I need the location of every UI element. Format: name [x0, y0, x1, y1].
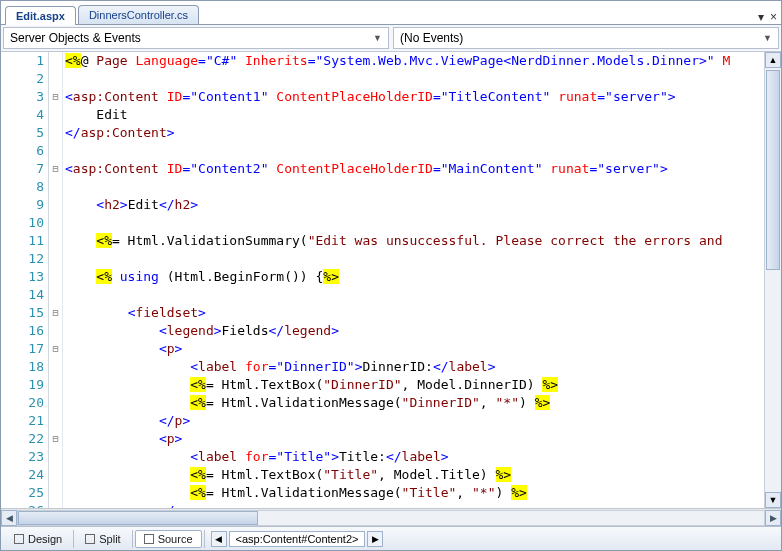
breadcrumb-next-button[interactable]: ▶ [367, 531, 383, 547]
chevron-down-icon: ▼ [373, 33, 382, 43]
vertical-scrollbar[interactable]: ▲ ▼ [764, 52, 781, 508]
line-number: 20 [1, 394, 44, 412]
code-line[interactable] [65, 286, 781, 304]
line-number: 14 [1, 286, 44, 304]
fold-marker [49, 376, 62, 394]
fold-marker [49, 124, 62, 142]
document-tabbar: Edit.aspx DinnersController.cs ▾ × [1, 1, 781, 25]
line-number: 22 [1, 430, 44, 448]
window-dropdown-icon[interactable]: ▾ [758, 10, 764, 24]
line-number: 23 [1, 448, 44, 466]
chevron-down-icon: ▼ [763, 33, 772, 43]
separator [73, 530, 74, 548]
line-number: 6 [1, 142, 44, 160]
code-line[interactable]: <%= Html.ValidationSummary("Edit was uns… [65, 232, 781, 250]
line-number: 15 [1, 304, 44, 322]
code-line[interactable]: <% using (Html.BeginForm()) {%> [65, 268, 781, 286]
source-view-button[interactable]: Source [135, 530, 202, 548]
split-icon [85, 534, 95, 544]
code-line[interactable]: Edit [65, 106, 781, 124]
separator [132, 530, 133, 548]
server-objects-dropdown[interactable]: Server Objects & Events ▼ [3, 27, 389, 49]
breadcrumb-prev-button[interactable]: ◀ [211, 531, 227, 547]
scroll-right-button[interactable]: ▶ [765, 510, 781, 526]
fold-marker [49, 70, 62, 88]
line-number: 16 [1, 322, 44, 340]
code-line[interactable]: </asp:Content> [65, 124, 781, 142]
view-label: Source [158, 533, 193, 545]
line-number: 7 [1, 160, 44, 178]
code-line[interactable]: <legend>Fields</legend> [65, 322, 781, 340]
breadcrumb-path[interactable]: <asp:Content#Content2> [229, 531, 366, 547]
fold-marker [49, 394, 62, 412]
scroll-down-button[interactable]: ▼ [765, 492, 781, 508]
navigation-dropdowns: Server Objects & Events ▼ (No Events) ▼ [1, 25, 781, 52]
code-line[interactable] [65, 70, 781, 88]
tab-dinners-controller[interactable]: DinnersController.cs [78, 5, 199, 24]
code-line[interactable] [65, 142, 781, 160]
code-line[interactable]: <%= Html.ValidationMessage("Title", "*")… [65, 484, 781, 502]
code-line[interactable] [65, 214, 781, 232]
scroll-left-button[interactable]: ◀ [1, 510, 17, 526]
scroll-thumb[interactable] [18, 511, 258, 525]
fold-marker [49, 322, 62, 340]
line-number: 9 [1, 196, 44, 214]
code-line[interactable]: </p> [65, 412, 781, 430]
code-line[interactable]: <h2>Edit</h2> [65, 196, 781, 214]
code-line[interactable]: <%= Html.ValidationMessage("DinnerID", "… [65, 394, 781, 412]
code-editor[interactable]: 1234567891011121314151617181920212223242… [1, 52, 781, 508]
scroll-up-button[interactable]: ▲ [765, 52, 781, 68]
fold-marker [49, 286, 62, 304]
scroll-track[interactable] [17, 510, 765, 526]
horizontal-scrollbar[interactable]: ◀ ▶ [1, 508, 781, 526]
scroll-thumb[interactable] [766, 70, 780, 270]
line-number: 19 [1, 376, 44, 394]
line-number: 3 [1, 88, 44, 106]
code-line[interactable] [65, 250, 781, 268]
line-number: 10 [1, 214, 44, 232]
split-view-button[interactable]: Split [76, 530, 129, 548]
breadcrumb-nav: ◀ <asp:Content#Content2> ▶ [211, 531, 384, 547]
line-number: 11 [1, 232, 44, 250]
code-line[interactable]: <asp:Content ID="Content2" ContentPlaceH… [65, 160, 781, 178]
code-line[interactable]: <%= Html.TextBox("Title", Model.Title) %… [65, 466, 781, 484]
line-number: 1 [1, 52, 44, 70]
fold-marker[interactable]: ⊟ [49, 430, 62, 448]
fold-marker [49, 196, 62, 214]
code-line[interactable]: <label for="DinnerID">DinnerID:</label> [65, 358, 781, 376]
code-line[interactable]: <%= Html.TextBox("DinnerID", Model.Dinne… [65, 376, 781, 394]
code-line[interactable]: <p> [65, 340, 781, 358]
line-number: 25 [1, 484, 44, 502]
code-line[interactable]: <label for="Title">Title:</label> [65, 448, 781, 466]
source-icon [144, 534, 154, 544]
tab-edit-aspx[interactable]: Edit.aspx [5, 6, 76, 25]
code-area[interactable]: <%@ Page Language="C#" Inherits="System.… [63, 52, 781, 508]
code-line[interactable]: <asp:Content ID="Content1" ContentPlaceH… [65, 88, 781, 106]
fold-marker[interactable]: ⊟ [49, 340, 62, 358]
line-number: 24 [1, 466, 44, 484]
code-line[interactable]: <fieldset> [65, 304, 781, 322]
close-icon[interactable]: × [770, 10, 777, 24]
fold-marker [49, 250, 62, 268]
code-line[interactable]: <%@ Page Language="C#" Inherits="System.… [65, 52, 781, 70]
fold-marker [49, 232, 62, 250]
separator [204, 530, 205, 548]
fold-marker [49, 448, 62, 466]
fold-marker [49, 52, 62, 70]
dropdown-label: Server Objects & Events [10, 31, 141, 45]
fold-marker[interactable]: ⊟ [49, 304, 62, 322]
design-view-button[interactable]: Design [5, 530, 71, 548]
view-label: Split [99, 533, 120, 545]
code-line[interactable] [65, 178, 781, 196]
fold-marker[interactable]: ⊟ [49, 88, 62, 106]
events-dropdown[interactable]: (No Events) ▼ [393, 27, 779, 49]
fold-marker [49, 412, 62, 430]
fold-marker [49, 268, 62, 286]
line-number: 13 [1, 268, 44, 286]
fold-marker[interactable]: ⊟ [49, 160, 62, 178]
fold-column[interactable]: ⊟ ⊟ ⊟ ⊟ ⊟ [49, 52, 63, 508]
line-number: 17 [1, 340, 44, 358]
design-icon [14, 534, 24, 544]
line-number-gutter: 1234567891011121314151617181920212223242… [1, 52, 49, 508]
code-line[interactable]: <p> [65, 430, 781, 448]
